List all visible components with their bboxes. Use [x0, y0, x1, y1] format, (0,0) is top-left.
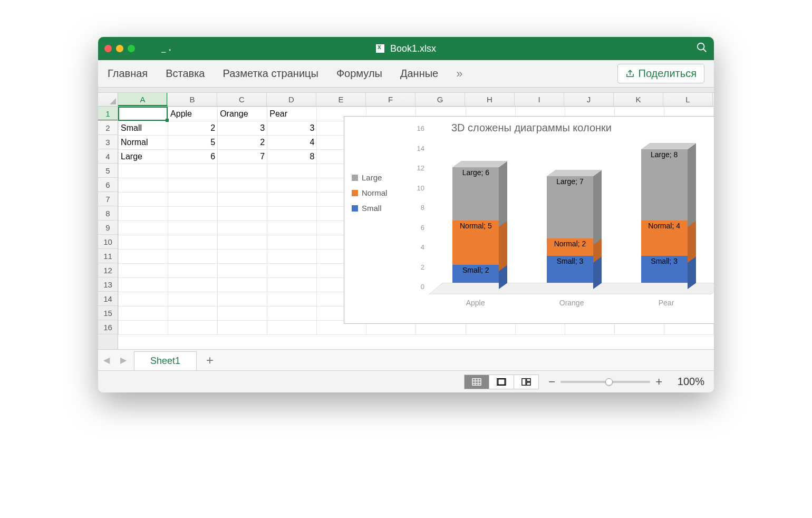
row-header[interactable]: 6	[98, 178, 118, 192]
column-header[interactable]: G	[415, 93, 465, 106]
minimize-icon[interactable]	[116, 45, 123, 52]
row-header[interactable]: 9	[98, 220, 118, 235]
chart-segment: Large; 7	[547, 176, 593, 238]
row-header[interactable]: 10	[98, 235, 118, 249]
chart-plot-area: 0246810121416 Small; 2Normal; 5Large; 6S…	[408, 136, 714, 310]
cell[interactable]: Apple	[168, 107, 218, 121]
cell[interactable]: 8	[267, 150, 317, 164]
fullscreen-icon[interactable]	[128, 45, 135, 52]
sheet-tab[interactable]: Sheet1	[134, 351, 197, 370]
zoom-out-button[interactable]: −	[548, 375, 555, 389]
column-header[interactable]: B	[168, 93, 217, 106]
column-header[interactable]: J	[564, 93, 614, 106]
column-header[interactable]: E	[316, 93, 366, 106]
page-break-view-button[interactable]	[514, 375, 539, 389]
tab-insert[interactable]: Вставка	[166, 68, 205, 80]
cell[interactable]: 4	[267, 136, 317, 150]
cell[interactable]: Normal	[119, 136, 168, 150]
zoom-percentage[interactable]: 100%	[672, 376, 704, 388]
zoom-slider[interactable]	[560, 381, 650, 383]
cell[interactable]: Small	[119, 121, 168, 136]
tab-formulas[interactable]: Формулы	[336, 68, 382, 80]
window-controls	[104, 45, 135, 52]
add-sheet-icon[interactable]: +	[197, 353, 223, 368]
svg-rect-11	[527, 382, 530, 385]
formula-bar-collapsed[interactable]	[98, 88, 714, 93]
column-header[interactable]: A	[118, 93, 168, 106]
cell-area[interactable]: Apple Orange Pear Small 2 3 3 Normal	[118, 107, 714, 349]
column-header[interactable]: I	[515, 93, 564, 106]
legend-label: Small	[362, 204, 382, 213]
chart-segment: Normal; 5	[452, 220, 499, 265]
sheet-nav-prev-icon[interactable]: ◀	[98, 355, 115, 365]
quick-access-toolbar[interactable]: ⎯ ▾	[161, 44, 172, 53]
normal-view-button[interactable]	[464, 375, 489, 389]
more-tabs-icon[interactable]: »	[456, 67, 462, 81]
row-header[interactable]: 4	[98, 149, 118, 164]
chart-object[interactable]: 3D сложены диаграммы колонки Large Norma…	[344, 116, 714, 324]
row-header[interactable]: 2	[98, 121, 118, 135]
column-header[interactable]: F	[366, 93, 415, 106]
data-label: Small; 3	[547, 257, 593, 265]
cell[interactable]: 7	[218, 150, 267, 164]
chart-segment: Small; 2	[452, 265, 499, 283]
chart-segment: Small; 3	[547, 256, 593, 283]
legend-swatch-icon	[352, 175, 358, 181]
select-all-corner[interactable]	[98, 93, 118, 106]
row-header[interactable]: 11	[98, 249, 118, 263]
cell[interactable]: Pear	[267, 107, 317, 121]
column-header[interactable]: K	[614, 93, 663, 106]
y-axis: 0246810121416	[408, 136, 427, 294]
row-header[interactable]: 7	[98, 192, 118, 206]
search-icon[interactable]	[696, 42, 708, 55]
cell[interactable]: 6	[168, 150, 218, 164]
tab-home[interactable]: Главная	[108, 68, 148, 80]
row-header[interactable]: 1	[98, 107, 118, 121]
svg-line-1	[703, 49, 707, 52]
column-header[interactable]: C	[217, 93, 267, 106]
row-header[interactable]: 12	[98, 263, 118, 277]
chart-column: Small; 2Normal; 5Large; 6	[452, 167, 499, 283]
zoom-control: − +	[548, 375, 662, 389]
zoom-in-button[interactable]: +	[655, 375, 662, 389]
app-window: ⎯ ▾ Book1.xlsx Главная Вставка Разметка …	[98, 37, 714, 392]
row-header[interactable]: 8	[98, 206, 118, 220]
row-header[interactable]: 13	[98, 277, 118, 292]
row-header[interactable]: 16	[98, 320, 118, 334]
share-button[interactable]: Поделиться	[617, 64, 704, 83]
page-layout-view-button[interactable]	[489, 375, 514, 389]
titlebar: ⎯ ▾ Book1.xlsx	[98, 37, 714, 60]
tab-page-layout[interactable]: Разметка страницы	[223, 68, 318, 80]
column-headers: A B C D E F G H I J K L	[98, 93, 714, 107]
cell[interactable]	[119, 107, 168, 121]
cell[interactable]: 5	[168, 136, 218, 150]
chart-segment: Small; 3	[641, 256, 688, 283]
column-header[interactable]: L	[663, 93, 713, 106]
column-header[interactable]: H	[465, 93, 515, 106]
sheet-nav-next-icon[interactable]: ▶	[115, 355, 132, 365]
sheet-tab-bar: ◀ ▶ Sheet1 +	[98, 349, 714, 370]
zoom-slider-thumb[interactable]	[605, 378, 613, 386]
row-header[interactable]: 3	[98, 135, 118, 149]
row-header[interactable]: 14	[98, 292, 118, 306]
row-header[interactable]: 5	[98, 164, 118, 178]
x-tick: Apple	[466, 299, 485, 307]
cell[interactable]: 3	[267, 121, 317, 136]
cell[interactable]: 2	[168, 121, 218, 136]
close-icon[interactable]	[104, 45, 112, 52]
y-tick: 14	[417, 144, 424, 152]
data-label: Small; 2	[452, 266, 499, 274]
row-header[interactable]: 15	[98, 306, 118, 320]
x-axis: Apple Orange Pear	[429, 299, 711, 307]
tab-data[interactable]: Данные	[400, 68, 438, 80]
data-label: Large; 8	[641, 150, 688, 159]
y-tick: 4	[421, 243, 424, 251]
chart-legend: Large Normal Small	[344, 136, 408, 310]
column-header[interactable]: D	[267, 93, 316, 106]
cell[interactable]: Large	[119, 150, 168, 164]
column-top-icon	[641, 143, 697, 149]
cell[interactable]: Orange	[218, 107, 267, 121]
y-tick: 12	[417, 164, 424, 172]
cell[interactable]: 2	[218, 136, 267, 150]
cell[interactable]: 3	[218, 121, 267, 136]
